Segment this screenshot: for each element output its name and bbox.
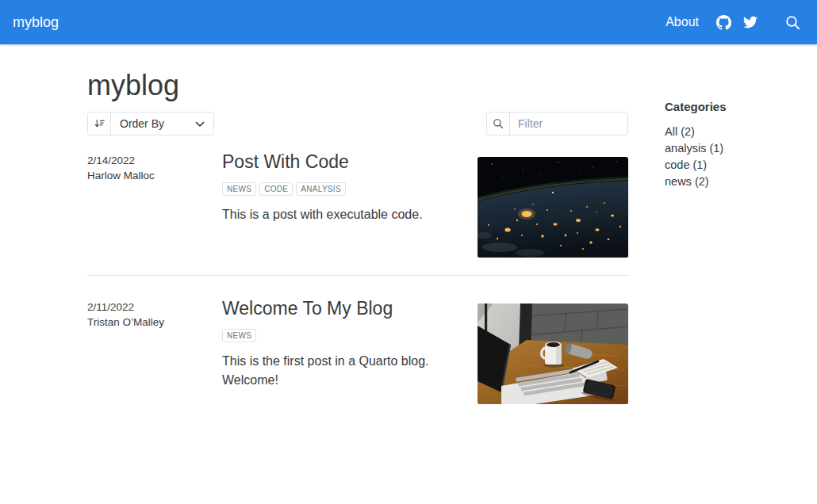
post-author: Harlow Malloc (87, 168, 222, 184)
post-list-item: 2/11/2022 Tristan O’Malley Welcome To My… (87, 275, 628, 422)
desk-laptop-coffee-image[interactable] (478, 304, 628, 404)
post-category-badges: NEWSCODEANALYSIS (222, 181, 468, 196)
page-wrap: myblog Order By (0, 44, 817, 422)
category-badge-analysis[interactable]: ANALYSIS (296, 182, 346, 196)
post-metadata: 2/11/2022 Tristan O’Malley (87, 298, 222, 404)
post-list-item: 2/14/2022 Harlow Malloc Post With Code N… (87, 151, 628, 275)
twitter-icon[interactable] (743, 15, 758, 29)
navbar-brand[interactable]: myblog (13, 14, 59, 31)
post-metadata: 2/14/2022 Harlow Malloc (87, 151, 222, 258)
sidebar-category-code[interactable]: code (1) (665, 157, 776, 174)
filter-search-icon (487, 113, 510, 135)
post-title-link[interactable]: Welcome To My Blog (222, 298, 468, 320)
filter-input[interactable] (510, 113, 627, 135)
category-badge-news[interactable]: NEWS (222, 329, 256, 342)
listing-content: myblog Order By (87, 70, 628, 422)
category-badge-code[interactable]: CODE (259, 182, 293, 196)
search-icon[interactable] (785, 15, 800, 30)
post-date: 2/14/2022 (87, 153, 222, 169)
categories-heading: Categories (665, 100, 776, 113)
filter-control (486, 112, 628, 136)
post-body: Post With Code NEWSCODEANALYSIS This is … (222, 151, 478, 258)
sidebar-category-analysis[interactable]: analysis (1) (665, 140, 776, 157)
top-navbar: myblog About (0, 0, 817, 44)
earth-city-lights-from-space-image[interactable] (478, 157, 628, 258)
order-by-select[interactable]: Order By (111, 113, 213, 135)
sidebar-category-all[interactable]: All (2) (665, 124, 776, 140)
listing-toolbar: Order By (87, 112, 628, 136)
sidebar-category-news[interactable]: news (2) (665, 174, 776, 190)
post-author: Tristan O’Malley (87, 315, 222, 330)
order-by-label: Order By (120, 117, 164, 130)
post-category-badges: NEWS (222, 327, 468, 342)
page-title: myblog (87, 70, 628, 101)
nav-link-about[interactable]: About (665, 15, 699, 29)
categories-sidebar: Categories All (2) analysis (1) code (1)… (665, 70, 776, 422)
post-body: Welcome To My Blog NEWS This is the firs… (222, 298, 478, 404)
github-icon[interactable] (716, 15, 731, 30)
post-title-link[interactable]: Post With Code (222, 151, 468, 174)
post-description: This is the first post in a Quarto blog.… (222, 352, 468, 390)
sort-amount-down-icon (88, 113, 111, 135)
chevron-down-icon (195, 117, 205, 130)
post-description: This is a post with executable code. (222, 205, 468, 224)
order-by-control: Order By (87, 112, 214, 136)
post-date: 2/11/2022 (87, 300, 222, 315)
category-badge-news[interactable]: NEWS (222, 182, 256, 196)
